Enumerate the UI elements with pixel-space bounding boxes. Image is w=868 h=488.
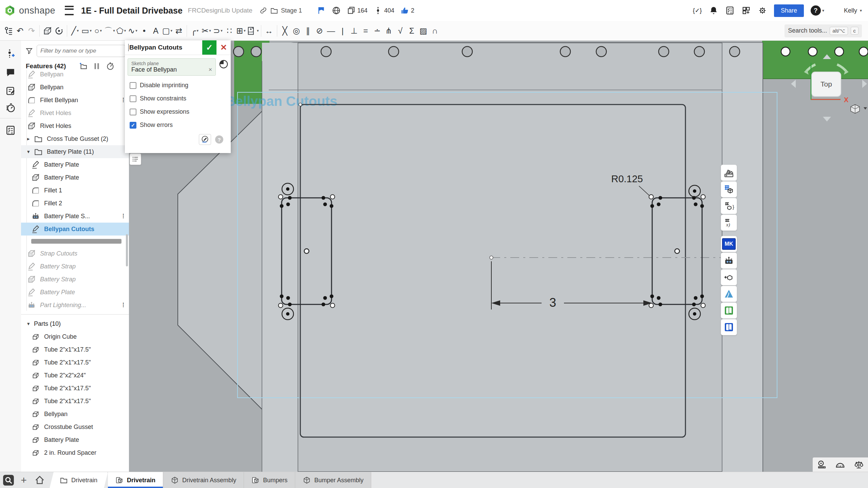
- cancel-button[interactable]: ✕: [216, 40, 231, 55]
- sketch-line-dropdown-icon[interactable]: ▾: [77, 29, 79, 33]
- rotate-down-arrow-icon[interactable]: [823, 117, 831, 121]
- fillet-center-point[interactable]: [286, 296, 290, 300]
- feature-item[interactable]: Bellypan Cutouts: [21, 223, 129, 236]
- custom-feature-grid-fx-button[interactable]: [721, 214, 737, 231]
- sketch-feature-list-toggle[interactable]: [130, 153, 141, 165]
- chevron-right-icon[interactable]: ▸: [27, 136, 33, 142]
- checkbox-icon[interactable]: [130, 95, 136, 102]
- custom-feature-grid-braces-button[interactable]: [721, 198, 737, 214]
- constraint-pierce-button[interactable]: Σ: [406, 24, 418, 38]
- chevron-down-icon[interactable]: ▾: [27, 321, 33, 327]
- fillet-corner-point[interactable]: [649, 303, 654, 308]
- sketch-trim-dropdown-icon[interactable]: ▾: [209, 29, 211, 33]
- feature-item[interactable]: Crosstube Gusset: [21, 420, 129, 433]
- feature-item[interactable]: Fillet 2: [21, 197, 129, 210]
- feature-item[interactable]: Tube 2"x1"x17.5": [21, 356, 129, 369]
- vdots-icon[interactable]: [374, 6, 382, 15]
- fillet-center-point[interactable]: [657, 203, 661, 206]
- fillet-corner-point[interactable]: [701, 303, 705, 308]
- sketch-fillet-dropdown-icon[interactable]: ▾: [196, 29, 199, 33]
- feature-item[interactable]: Rivet Holes: [21, 107, 129, 119]
- plate-hole[interactable]: [321, 46, 331, 57]
- cutout-center-point[interactable]: [304, 249, 309, 254]
- history-icon[interactable]: [5, 102, 16, 113]
- redo-button[interactable]: ↷: [26, 24, 37, 38]
- sketch-point[interactable]: [288, 303, 292, 306]
- fillet-center-point[interactable]: [694, 203, 698, 206]
- sketch-point[interactable]: [650, 204, 654, 208]
- sketch-polygon-dropdown-icon[interactable]: ▾: [124, 29, 126, 33]
- sketch-fillet-button[interactable]: ╭▾: [189, 24, 201, 38]
- link-icon[interactable]: [259, 6, 267, 15]
- pattern-circular-button[interactable]: ⊞▾: [235, 24, 247, 38]
- constraint-horizontal-button[interactable]: —: [325, 24, 337, 38]
- user-avatar[interactable]: [831, 5, 841, 16]
- plate-hole[interactable]: [251, 46, 261, 57]
- sketch-arc-button[interactable]: ⌒▾: [104, 24, 115, 38]
- feature-item[interactable]: Battery Plate: [21, 433, 129, 446]
- fillet-corner-point[interactable]: [279, 303, 283, 308]
- constraint-curvature-button[interactable]: √: [395, 24, 406, 38]
- feature-name-input[interactable]: Bellypan Cutouts: [125, 40, 202, 55]
- tab-search-icon[interactable]: [2, 474, 15, 487]
- feature-item[interactable]: 2 in. Round Spacer: [21, 446, 129, 459]
- view-normal-button[interactable]: [199, 134, 211, 145]
- feature-list-toggle-button[interactable]: [3, 24, 14, 38]
- sketch-trim-button[interactable]: ✂▾: [201, 24, 212, 38]
- sketch-point[interactable]: [288, 196, 292, 200]
- sketch-point[interactable]: [322, 303, 325, 306]
- checkbox-icon[interactable]: ✓: [130, 122, 136, 129]
- accept-button[interactable]: ✓: [202, 40, 216, 55]
- sketch-slot-dropdown-icon[interactable]: ▾: [171, 29, 173, 33]
- fillet-center-point[interactable]: [694, 296, 698, 300]
- tasks-icon[interactable]: [725, 6, 735, 15]
- dialog-help-icon[interactable]: ?: [215, 135, 223, 144]
- sketch-offset-dropdown-icon[interactable]: ▾: [221, 29, 223, 33]
- sketch-point[interactable]: [280, 295, 284, 298]
- corner-rivet-hole-center[interactable]: [693, 189, 696, 193]
- constraint-equal-button[interactable]: =: [360, 24, 372, 38]
- mkcad-library-button[interactable]: MK: [721, 236, 737, 252]
- follow-checklist-icon[interactable]: [5, 125, 16, 136]
- rotate-left-arrow-icon[interactable]: [791, 80, 796, 88]
- fillet-corner-point[interactable]: [331, 195, 335, 199]
- plate-hole[interactable]: [560, 46, 570, 57]
- apps-icon[interactable]: [741, 6, 751, 15]
- copies-count[interactable]: 164: [347, 6, 367, 15]
- constraint-normal-button[interactable]: ∩: [429, 24, 441, 38]
- sketch-arc-dropdown-icon[interactable]: ▾: [113, 29, 115, 33]
- feature-item[interactable]: Bellypan: [21, 408, 129, 420]
- help-button[interactable]: ?: [811, 5, 821, 16]
- feature-item[interactable]: Battery Strap: [21, 260, 129, 273]
- protractor-icon[interactable]: [835, 459, 845, 470]
- alpine-library-button[interactable]: [721, 286, 737, 302]
- view-cube-label[interactable]: Top: [820, 80, 832, 88]
- feature-item[interactable]: Fillet Bellypan⁞: [21, 94, 129, 107]
- checkbox-icon[interactable]: [130, 82, 136, 89]
- feature-item[interactable]: Strap Cutouts: [21, 247, 129, 260]
- fillet-center-point[interactable]: [323, 296, 327, 300]
- feature-item[interactable]: Battery Plate: [21, 286, 129, 299]
- integrations-icon[interactable]: [758, 6, 767, 15]
- view-cube-menu[interactable]: [851, 105, 867, 113]
- tab-drivetrain-assembly[interactable]: Drivetrain Assembly: [163, 472, 244, 488]
- feature-folder[interactable]: ▾Battery Plate (11): [21, 145, 129, 158]
- graphics-area[interactable]: Bellypan Cutouts 3 R0.125: [129, 41, 868, 472]
- feature-state-dots-icon[interactable]: ⁞: [122, 96, 124, 104]
- feature-item[interactable]: Battery Strap: [21, 273, 129, 286]
- comments-icon[interactable]: [5, 67, 16, 78]
- flag-icon[interactable]: [317, 6, 326, 15]
- constraint-tangent-button[interactable]: ⊘: [314, 24, 325, 38]
- sketch-line-button[interactable]: ╱▾: [69, 24, 81, 38]
- thumb-icon[interactable]: [400, 6, 409, 15]
- fillet-corner-point[interactable]: [649, 195, 654, 199]
- fillet-corner-point[interactable]: [279, 195, 283, 199]
- sketch-circle-button[interactable]: ○▾: [92, 24, 104, 38]
- tab-drivetrain[interactable]: Drivetrain: [108, 472, 163, 488]
- constraint-symmetric-button[interactable]: ⋔: [383, 24, 395, 38]
- new-tab-button[interactable]: +: [18, 474, 30, 486]
- home-icon[interactable]: [35, 475, 45, 485]
- document-menu-icon[interactable]: [65, 6, 74, 15]
- sketch-rectangle-dropdown-icon[interactable]: ▾: [90, 29, 92, 33]
- radius-dimension[interactable]: R0.125: [611, 173, 643, 184]
